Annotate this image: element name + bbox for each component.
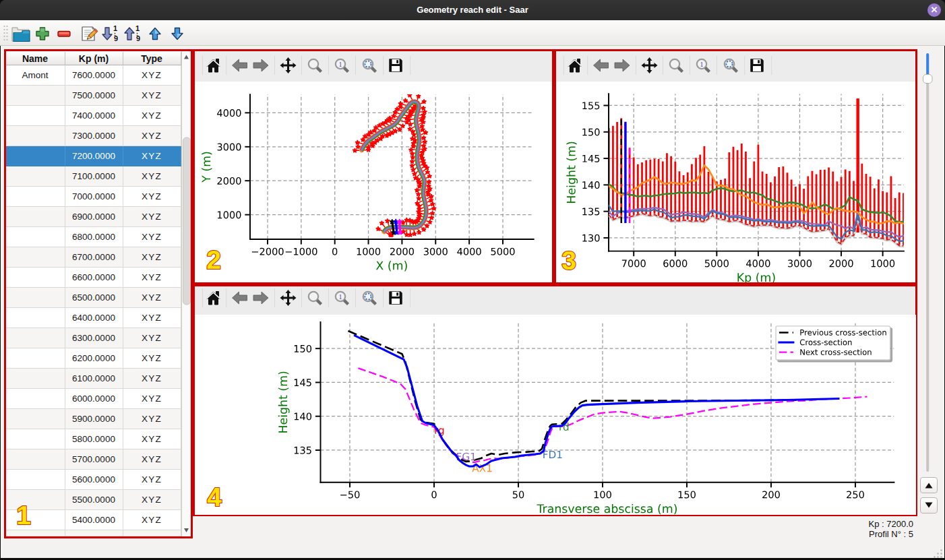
svg-text:1: 1: [700, 61, 703, 68]
svg-text:1: 1: [135, 24, 140, 32]
svg-text:1: 1: [338, 292, 342, 300]
svg-text:1: 1: [113, 24, 117, 32]
svg-text:1: 1: [338, 61, 342, 68]
